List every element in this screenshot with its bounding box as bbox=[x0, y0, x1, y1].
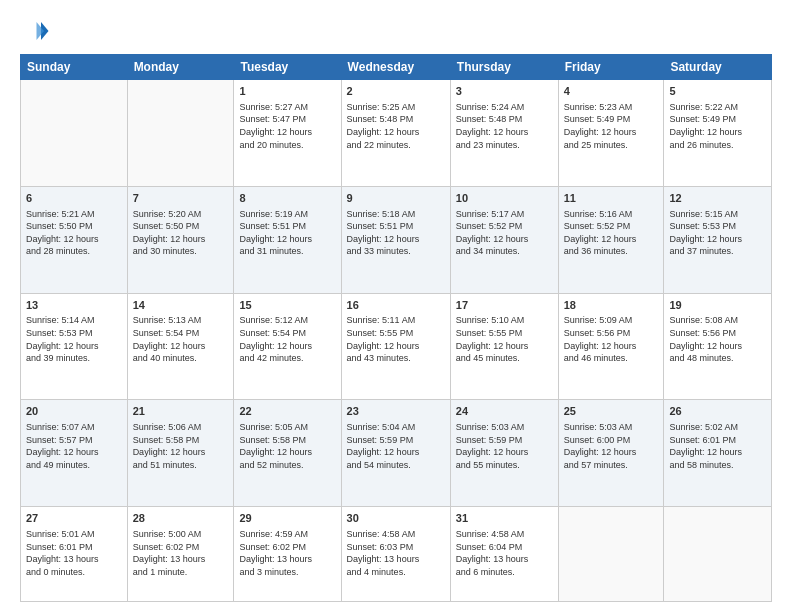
day-header-wednesday: Wednesday bbox=[341, 55, 450, 80]
day-info: Sunrise: 5:11 AM Sunset: 5:55 PM Dayligh… bbox=[347, 314, 445, 364]
day-info: Sunrise: 5:08 AM Sunset: 5:56 PM Dayligh… bbox=[669, 314, 766, 364]
calendar-cell: 15Sunrise: 5:12 AM Sunset: 5:54 PM Dayli… bbox=[234, 293, 341, 400]
calendar-week-2: 6Sunrise: 5:21 AM Sunset: 5:50 PM Daylig… bbox=[21, 186, 772, 293]
day-header-sunday: Sunday bbox=[21, 55, 128, 80]
day-info: Sunrise: 5:03 AM Sunset: 5:59 PM Dayligh… bbox=[456, 421, 553, 471]
calendar-week-3: 13Sunrise: 5:14 AM Sunset: 5:53 PM Dayli… bbox=[21, 293, 772, 400]
day-info: Sunrise: 5:12 AM Sunset: 5:54 PM Dayligh… bbox=[239, 314, 335, 364]
calendar-cell: 3Sunrise: 5:24 AM Sunset: 5:48 PM Daylig… bbox=[450, 80, 558, 187]
day-number: 17 bbox=[456, 298, 553, 313]
day-info: Sunrise: 5:02 AM Sunset: 6:01 PM Dayligh… bbox=[669, 421, 766, 471]
day-info: Sunrise: 4:59 AM Sunset: 6:02 PM Dayligh… bbox=[239, 528, 335, 578]
day-info: Sunrise: 5:09 AM Sunset: 5:56 PM Dayligh… bbox=[564, 314, 659, 364]
day-number: 18 bbox=[564, 298, 659, 313]
day-number: 22 bbox=[239, 404, 335, 419]
day-info: Sunrise: 5:27 AM Sunset: 5:47 PM Dayligh… bbox=[239, 101, 335, 151]
calendar-cell: 19Sunrise: 5:08 AM Sunset: 5:56 PM Dayli… bbox=[664, 293, 772, 400]
calendar-cell: 16Sunrise: 5:11 AM Sunset: 5:55 PM Dayli… bbox=[341, 293, 450, 400]
calendar-cell: 31Sunrise: 4:58 AM Sunset: 6:04 PM Dayli… bbox=[450, 507, 558, 602]
day-header-friday: Friday bbox=[558, 55, 664, 80]
calendar-header-row: SundayMondayTuesdayWednesdayThursdayFrid… bbox=[21, 55, 772, 80]
day-number: 3 bbox=[456, 84, 553, 99]
day-info: Sunrise: 5:24 AM Sunset: 5:48 PM Dayligh… bbox=[456, 101, 553, 151]
day-info: Sunrise: 5:01 AM Sunset: 6:01 PM Dayligh… bbox=[26, 528, 122, 578]
day-number: 1 bbox=[239, 84, 335, 99]
calendar-cell: 13Sunrise: 5:14 AM Sunset: 5:53 PM Dayli… bbox=[21, 293, 128, 400]
calendar-cell: 11Sunrise: 5:16 AM Sunset: 5:52 PM Dayli… bbox=[558, 186, 664, 293]
day-number: 16 bbox=[347, 298, 445, 313]
day-info: Sunrise: 5:22 AM Sunset: 5:49 PM Dayligh… bbox=[669, 101, 766, 151]
calendar: SundayMondayTuesdayWednesdayThursdayFrid… bbox=[20, 54, 772, 602]
day-info: Sunrise: 5:07 AM Sunset: 5:57 PM Dayligh… bbox=[26, 421, 122, 471]
day-number: 25 bbox=[564, 404, 659, 419]
day-number: 26 bbox=[669, 404, 766, 419]
calendar-cell: 5Sunrise: 5:22 AM Sunset: 5:49 PM Daylig… bbox=[664, 80, 772, 187]
logo-icon bbox=[20, 16, 50, 46]
calendar-cell: 14Sunrise: 5:13 AM Sunset: 5:54 PM Dayli… bbox=[127, 293, 234, 400]
page: SundayMondayTuesdayWednesdayThursdayFrid… bbox=[0, 0, 792, 612]
day-number: 6 bbox=[26, 191, 122, 206]
calendar-cell: 24Sunrise: 5:03 AM Sunset: 5:59 PM Dayli… bbox=[450, 400, 558, 507]
day-info: Sunrise: 5:16 AM Sunset: 5:52 PM Dayligh… bbox=[564, 208, 659, 258]
calendar-cell: 21Sunrise: 5:06 AM Sunset: 5:58 PM Dayli… bbox=[127, 400, 234, 507]
calendar-cell bbox=[558, 507, 664, 602]
day-number: 15 bbox=[239, 298, 335, 313]
day-number: 28 bbox=[133, 511, 229, 526]
day-info: Sunrise: 5:06 AM Sunset: 5:58 PM Dayligh… bbox=[133, 421, 229, 471]
day-header-saturday: Saturday bbox=[664, 55, 772, 80]
day-info: Sunrise: 5:10 AM Sunset: 5:55 PM Dayligh… bbox=[456, 314, 553, 364]
day-info: Sunrise: 5:23 AM Sunset: 5:49 PM Dayligh… bbox=[564, 101, 659, 151]
day-number: 20 bbox=[26, 404, 122, 419]
day-number: 11 bbox=[564, 191, 659, 206]
day-number: 12 bbox=[669, 191, 766, 206]
calendar-cell: 7Sunrise: 5:20 AM Sunset: 5:50 PM Daylig… bbox=[127, 186, 234, 293]
calendar-cell: 4Sunrise: 5:23 AM Sunset: 5:49 PM Daylig… bbox=[558, 80, 664, 187]
day-info: Sunrise: 5:18 AM Sunset: 5:51 PM Dayligh… bbox=[347, 208, 445, 258]
day-header-monday: Monday bbox=[127, 55, 234, 80]
calendar-cell: 10Sunrise: 5:17 AM Sunset: 5:52 PM Dayli… bbox=[450, 186, 558, 293]
day-header-thursday: Thursday bbox=[450, 55, 558, 80]
day-number: 21 bbox=[133, 404, 229, 419]
day-number: 30 bbox=[347, 511, 445, 526]
calendar-cell bbox=[127, 80, 234, 187]
day-header-tuesday: Tuesday bbox=[234, 55, 341, 80]
calendar-cell: 30Sunrise: 4:58 AM Sunset: 6:03 PM Dayli… bbox=[341, 507, 450, 602]
calendar-cell: 25Sunrise: 5:03 AM Sunset: 6:00 PM Dayli… bbox=[558, 400, 664, 507]
calendar-cell: 20Sunrise: 5:07 AM Sunset: 5:57 PM Dayli… bbox=[21, 400, 128, 507]
day-info: Sunrise: 5:19 AM Sunset: 5:51 PM Dayligh… bbox=[239, 208, 335, 258]
day-number: 5 bbox=[669, 84, 766, 99]
day-number: 7 bbox=[133, 191, 229, 206]
calendar-cell: 22Sunrise: 5:05 AM Sunset: 5:58 PM Dayli… bbox=[234, 400, 341, 507]
day-info: Sunrise: 5:00 AM Sunset: 6:02 PM Dayligh… bbox=[133, 528, 229, 578]
day-info: Sunrise: 5:04 AM Sunset: 5:59 PM Dayligh… bbox=[347, 421, 445, 471]
calendar-cell: 17Sunrise: 5:10 AM Sunset: 5:55 PM Dayli… bbox=[450, 293, 558, 400]
day-info: Sunrise: 5:15 AM Sunset: 5:53 PM Dayligh… bbox=[669, 208, 766, 258]
calendar-week-1: 1Sunrise: 5:27 AM Sunset: 5:47 PM Daylig… bbox=[21, 80, 772, 187]
day-number: 4 bbox=[564, 84, 659, 99]
day-number: 8 bbox=[239, 191, 335, 206]
day-number: 27 bbox=[26, 511, 122, 526]
calendar-cell: 29Sunrise: 4:59 AM Sunset: 6:02 PM Dayli… bbox=[234, 507, 341, 602]
calendar-cell: 27Sunrise: 5:01 AM Sunset: 6:01 PM Dayli… bbox=[21, 507, 128, 602]
day-info: Sunrise: 5:05 AM Sunset: 5:58 PM Dayligh… bbox=[239, 421, 335, 471]
day-number: 13 bbox=[26, 298, 122, 313]
day-info: Sunrise: 5:20 AM Sunset: 5:50 PM Dayligh… bbox=[133, 208, 229, 258]
calendar-cell bbox=[21, 80, 128, 187]
calendar-cell: 1Sunrise: 5:27 AM Sunset: 5:47 PM Daylig… bbox=[234, 80, 341, 187]
calendar-cell: 6Sunrise: 5:21 AM Sunset: 5:50 PM Daylig… bbox=[21, 186, 128, 293]
header bbox=[20, 16, 772, 46]
day-info: Sunrise: 4:58 AM Sunset: 6:03 PM Dayligh… bbox=[347, 528, 445, 578]
day-info: Sunrise: 5:21 AM Sunset: 5:50 PM Dayligh… bbox=[26, 208, 122, 258]
calendar-cell: 8Sunrise: 5:19 AM Sunset: 5:51 PM Daylig… bbox=[234, 186, 341, 293]
calendar-cell: 23Sunrise: 5:04 AM Sunset: 5:59 PM Dayli… bbox=[341, 400, 450, 507]
day-info: Sunrise: 5:13 AM Sunset: 5:54 PM Dayligh… bbox=[133, 314, 229, 364]
day-number: 19 bbox=[669, 298, 766, 313]
day-number: 24 bbox=[456, 404, 553, 419]
calendar-cell bbox=[664, 507, 772, 602]
day-number: 31 bbox=[456, 511, 553, 526]
day-info: Sunrise: 5:14 AM Sunset: 5:53 PM Dayligh… bbox=[26, 314, 122, 364]
calendar-week-4: 20Sunrise: 5:07 AM Sunset: 5:57 PM Dayli… bbox=[21, 400, 772, 507]
calendar-cell: 12Sunrise: 5:15 AM Sunset: 5:53 PM Dayli… bbox=[664, 186, 772, 293]
day-info: Sunrise: 4:58 AM Sunset: 6:04 PM Dayligh… bbox=[456, 528, 553, 578]
day-number: 10 bbox=[456, 191, 553, 206]
